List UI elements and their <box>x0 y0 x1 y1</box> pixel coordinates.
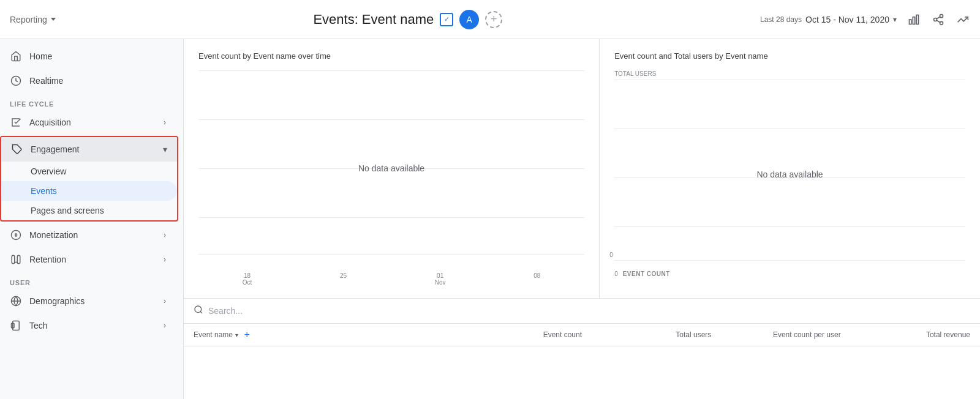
col-event-count-per-user: Event count per user <box>711 330 840 339</box>
right-h-line-top <box>614 80 965 80</box>
sidebar-item-retention[interactable]: Retention › <box>0 247 176 272</box>
event-count-col-label: Event count <box>543 330 582 339</box>
engagement-sub-items: Overview Events Pages and screens <box>1 162 177 220</box>
svg-point-5 <box>940 21 943 24</box>
date-range[interactable]: Last 28 days Oct 15 - Nov 11, 2020 ▾ <box>760 15 897 24</box>
sidebar-item-home[interactable]: Home <box>0 44 176 69</box>
x-label-4: 08 <box>533 272 540 286</box>
sidebar-item-monetization[interactable]: Monetization › <box>0 223 176 247</box>
total-revenue-col-label: Total revenue <box>926 330 970 339</box>
tag-icon <box>11 143 23 155</box>
x-label-3: 01Nov <box>435 272 446 286</box>
right-h-line-1 <box>614 129 965 129</box>
event-name-sort-icon[interactable]: ▾ <box>235 332 238 338</box>
svg-point-4 <box>933 18 937 21</box>
sidebar-item-overview[interactable]: Overview <box>1 162 177 181</box>
monetization-chevron-icon: › <box>164 231 166 239</box>
top-icons <box>907 12 970 27</box>
col-event-count: Event count <box>453 330 582 339</box>
date-last-label: Last 28 days <box>760 15 802 24</box>
device-icon <box>10 319 22 332</box>
bar-chart-icon[interactable] <box>907 12 921 27</box>
event-name-col-label: Event name <box>194 330 233 339</box>
right-chart-no-data: No data available <box>756 170 823 179</box>
right-chart-title: Event count and Total users by Event nam… <box>614 51 965 61</box>
share-icon[interactable] <box>931 12 946 27</box>
h-line-top <box>198 70 584 71</box>
left-chart-no-data: No data available <box>358 163 424 173</box>
right-x-axis: 0 EVENT COUNT <box>614 270 965 277</box>
engagement-label: Engagement <box>31 144 79 154</box>
svg-rect-0 <box>909 20 911 24</box>
top-bar-right: Last 28 days Oct 15 - Nov 11, 2020 ▾ <box>760 12 970 27</box>
sidebar-item-events[interactable]: Events <box>1 181 177 201</box>
sidebar-item-engagement[interactable]: Engagement ▾ <box>1 137 177 162</box>
left-chart-title: Event count by Event name over time <box>198 51 584 61</box>
table-area: Event name ▾ + Event count Total users E… <box>184 299 980 346</box>
table-header: Event name ▾ + Event count Total users E… <box>184 324 980 346</box>
h-line-bottom <box>198 254 584 255</box>
svg-line-18 <box>200 311 202 313</box>
top-bar-left: Reporting <box>10 15 56 24</box>
top-bar-center: Events: Event name ✓ A + <box>313 10 502 29</box>
engagement-chevron-icon: ▾ <box>163 144 167 154</box>
svg-rect-1 <box>913 17 914 24</box>
sidebar-item-realtime[interactable]: Realtime <box>0 69 176 93</box>
add-metric-button[interactable]: + <box>241 329 253 341</box>
sidebar-realtime-label: Realtime <box>29 76 63 86</box>
right-y-axis-label: TOTAL USERS <box>614 70 965 77</box>
overview-label: Overview <box>31 166 66 176</box>
svg-rect-2 <box>916 15 918 24</box>
lifecycle-section-label: LIFE CYCLE <box>0 93 183 110</box>
date-text: Oct 15 - Nov 11, 2020 <box>805 15 889 24</box>
retention-chevron-icon: › <box>164 255 166 264</box>
search-input[interactable] <box>208 306 970 316</box>
reporting-label[interactable]: Reporting <box>10 15 47 24</box>
monetization-label: Monetization <box>29 230 78 240</box>
sidebar-acquisition-label: Acquisition <box>29 117 71 127</box>
avatar[interactable]: A <box>459 10 479 29</box>
page-title: Events: Event name <box>313 12 434 28</box>
search-icon <box>194 305 203 317</box>
right-x-zero: 0 <box>614 270 618 277</box>
col-total-users: Total users <box>582 330 711 339</box>
reporting-chevron-icon[interactable] <box>51 18 56 21</box>
h-line-1 <box>198 119 584 120</box>
svg-point-17 <box>195 306 202 313</box>
top-bar: Reporting Events: Event name ✓ A + Last … <box>0 0 980 39</box>
col-total-revenue: Total revenue <box>841 330 970 339</box>
add-button[interactable]: + <box>485 11 502 28</box>
main-layout: Home Realtime LIFE CYCLE Acquisition › <box>0 39 980 399</box>
acquisition-chevron-icon: › <box>164 118 166 127</box>
trend-icon[interactable] <box>956 12 970 27</box>
left-chart-panel: Event count by Event name over time No d… <box>184 39 600 298</box>
sidebar-item-pages-screens[interactable]: Pages and screens <box>1 201 177 220</box>
svg-point-3 <box>940 14 943 17</box>
sidebar-item-demographics[interactable]: Demographics › <box>0 289 176 313</box>
sidebar-item-acquisition[interactable]: Acquisition › <box>0 110 176 135</box>
demographics-label: Demographics <box>29 296 85 306</box>
sidebar-item-tech[interactable]: Tech › <box>0 313 176 338</box>
sidebar: Home Realtime LIFE CYCLE Acquisition › <box>0 39 184 399</box>
pages-screens-label: Pages and screens <box>31 206 104 215</box>
charts-row: Event count by Event name over time No d… <box>184 39 980 299</box>
engagement-group: Engagement ▾ Overview Events Pages and s… <box>0 136 178 222</box>
acquisition-icon <box>10 116 22 129</box>
globe-icon <box>10 295 22 307</box>
event-count-per-user-col-label: Event count per user <box>773 330 841 339</box>
date-chevron-icon: ▾ <box>893 15 897 24</box>
right-chart-panel: Event count and Total users by Event nam… <box>600 39 980 298</box>
tech-chevron-icon: › <box>164 321 166 330</box>
retention-label: Retention <box>29 255 66 264</box>
h-line-3 <box>198 217 584 218</box>
tech-label: Tech <box>29 321 48 330</box>
title-verify-icon[interactable]: ✓ <box>440 13 453 26</box>
right-y-zero: 0 <box>609 252 613 258</box>
content-area: Event count by Event name over time No d… <box>184 39 980 399</box>
magnet-icon <box>10 253 22 266</box>
demographics-chevron-icon: › <box>164 297 166 305</box>
clock-icon <box>10 75 22 87</box>
total-users-col-label: Total users <box>676 330 711 339</box>
svg-line-6 <box>937 20 940 22</box>
search-bar <box>184 299 980 324</box>
